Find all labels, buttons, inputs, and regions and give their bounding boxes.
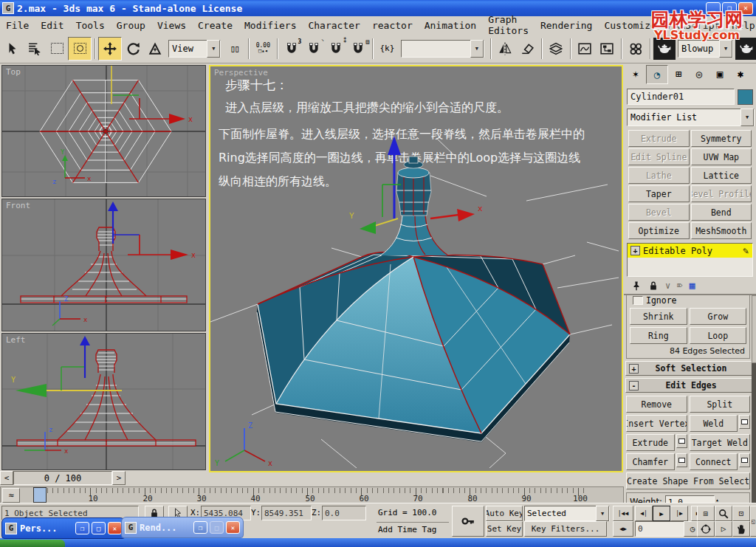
close-icon[interactable]: ✕ (108, 522, 122, 534)
tab-hierarchy[interactable]: ⊞ (668, 65, 689, 83)
chamfer-settings-button[interactable] (676, 453, 687, 467)
crossing-selection-button[interactable] (68, 37, 92, 61)
next-frame-button[interactable]: |▶ (670, 506, 688, 521)
menu-tools[interactable]: Tools (70, 18, 111, 32)
menu-create[interactable]: Create (192, 18, 238, 32)
frame-back-button[interactable]: < (0, 471, 13, 485)
mini-curve-editor-button[interactable]: ≈ (2, 488, 20, 503)
z-coordinate-field[interactable]: 0.0 (322, 506, 366, 520)
zoom-all-button[interactable]: ⧈ (697, 506, 715, 521)
play-button[interactable]: ▶ (653, 506, 670, 521)
object-color-swatch[interactable] (738, 89, 753, 105)
viewport-perspective[interactable]: Perspective 步骤十七： 进入点层级，用缩放工具把攒尖的缩小到合适的尺… (209, 65, 623, 472)
snap-spinner-button[interactable]: 0.00 □▴◂ (252, 38, 274, 60)
panel-scrollbar-thumb[interactable] (752, 295, 756, 363)
key-filters-button[interactable]: Key Filters... (524, 521, 607, 537)
viewport-perspective-label[interactable]: Perspective (214, 68, 268, 78)
ring-button[interactable]: Ring (630, 327, 687, 344)
ignore-backfacing-checkbox[interactable] (633, 296, 643, 305)
spinner-snap-button[interactable]: ▤ (347, 38, 369, 60)
goto-start-button[interactable]: |◀◀ (613, 506, 633, 521)
modifier-optimize-button[interactable]: Optimize (628, 222, 690, 239)
rotate-button[interactable] (122, 38, 144, 60)
dropdown-arrow-icon[interactable]: ▼ (207, 40, 220, 58)
frame-counter[interactable]: 0 / 100 (13, 471, 112, 485)
key-mode-dropdown[interactable]: Selected ▼ (524, 506, 610, 521)
shrink-button[interactable]: Shrink (630, 308, 687, 325)
modifier-extrude-button[interactable]: Extrude (628, 130, 690, 147)
loop-button[interactable]: Loop (690, 327, 747, 344)
reference-coordinate-dropdown[interactable]: View ▼ (168, 40, 221, 58)
weld-button[interactable]: Weld (690, 415, 738, 432)
grow-button[interactable]: Grow (690, 308, 747, 325)
tab-display[interactable]: ▣ (709, 65, 730, 83)
render-type-dropdown[interactable]: Blowup ▼ (678, 40, 733, 58)
dropdown-arrow-icon[interactable]: ▼ (719, 40, 732, 58)
remove-button[interactable]: Remove (626, 396, 687, 413)
menu-modifiers[interactable]: Modifiers (238, 18, 302, 32)
modifier-bevel-profile-button[interactable]: Bevel Profile (691, 185, 752, 202)
close-icon[interactable]: ✕ (226, 521, 240, 534)
frame-forward-button[interactable]: > (112, 471, 126, 485)
menu-reactor[interactable]: reactor (366, 18, 419, 32)
angle-snap-button[interactable]: ◝ (303, 38, 325, 60)
scale-button[interactable] (144, 38, 166, 60)
keyboard-shortcut-override-button[interactable]: {k} (376, 38, 398, 60)
menu-edit[interactable]: Edit (35, 18, 69, 32)
min-max-toggle-button[interactable]: ◱ (750, 506, 756, 537)
menu-file[interactable]: File (0, 18, 35, 32)
viewport-front[interactable]: Front x Z x (1, 199, 206, 331)
current-frame-field[interactable]: 0 (635, 521, 687, 537)
zoom-extents-button[interactable]: ⊡ (732, 506, 750, 521)
schematic-view-button[interactable] (596, 38, 618, 60)
configure-modifier-sets-icon[interactable]: ▦ (689, 280, 695, 291)
stack-expand-icon[interactable]: + (630, 246, 640, 255)
previous-frame-button[interactable]: ◀| (635, 506, 653, 521)
insert-vertex-button[interactable]: Insert Vertex (626, 415, 687, 432)
set-keys-button[interactable] (452, 506, 484, 537)
curve-editor-button[interactable] (574, 38, 596, 60)
target-weld-button[interactable]: Target Weld (690, 434, 751, 451)
modifier-taper-button[interactable]: Taper (628, 185, 690, 202)
key-mode-toggle[interactable]: ◀▶ (613, 521, 633, 537)
auto-key-button[interactable]: Auto Key (486, 506, 523, 521)
pan-button[interactable] (732, 521, 750, 537)
set-key-button[interactable]: Set Key (486, 521, 523, 537)
modifier-meshsmooth-button[interactable]: MeshSmooth (691, 222, 752, 239)
viewport-top-label[interactable]: Top (6, 67, 21, 77)
tab-modify[interactable]: ◔ (646, 65, 668, 84)
select-by-name-button[interactable] (24, 38, 46, 60)
menu-views[interactable]: Views (151, 18, 192, 32)
create-shape-from-selection-button[interactable]: Create Shape From Select (626, 472, 750, 489)
selection-region-button[interactable] (46, 38, 68, 60)
use-pivot-point-button[interactable]: ▯▯ (223, 38, 245, 60)
modifier-lathe-button[interactable]: Lathe (628, 167, 690, 184)
viewport-left-label[interactable]: Left (6, 335, 26, 345)
viewport-front-label[interactable]: Front (6, 201, 30, 210)
layer-manager-button[interactable] (545, 38, 567, 60)
maximize-icon[interactable]: □ (92, 522, 106, 534)
modifier-bend-button[interactable]: Bend (691, 204, 752, 221)
snap-toggle-button[interactable]: 3 (281, 38, 303, 60)
modifier-list-dropdown[interactable]: Modifier List ▼ (627, 109, 755, 126)
remove-modifier-icon[interactable]: ⌦ (677, 281, 682, 291)
soft-selection-rollout-header[interactable]: + Soft Selection (625, 361, 755, 376)
stack-item-editable-poly[interactable]: + Editable Poly ✎ (628, 244, 752, 258)
modifier-bevel-button[interactable]: Bevel (628, 204, 690, 221)
lock-stack-icon[interactable] (648, 281, 659, 291)
select-object-button[interactable] (1, 38, 24, 60)
restore-icon[interactable]: ❐ (75, 522, 89, 534)
edit-edges-rollout-header[interactable]: - Edit Edges (625, 378, 755, 393)
minimized-window-perspective[interactable]: G Pers... ❐ □ ✕ (1, 517, 126, 539)
restore-icon[interactable]: ❐ (193, 521, 207, 534)
menu-rendering[interactable]: Rendering (535, 18, 598, 32)
zoom-button[interactable] (715, 506, 732, 521)
connect-button[interactable]: Connect (690, 453, 738, 470)
viewport-top[interactable]: Top x Y x z (1, 65, 206, 197)
menu-group[interactable]: Group (111, 18, 151, 32)
named-selection-dropdown[interactable]: ▼ (401, 40, 484, 58)
move-button[interactable] (98, 37, 122, 61)
modifier-symmetry-button[interactable]: Symmetry (691, 130, 752, 147)
tab-motion[interactable]: ◎ (689, 65, 709, 83)
percent-snap-button[interactable]: ⁑ (325, 38, 347, 60)
